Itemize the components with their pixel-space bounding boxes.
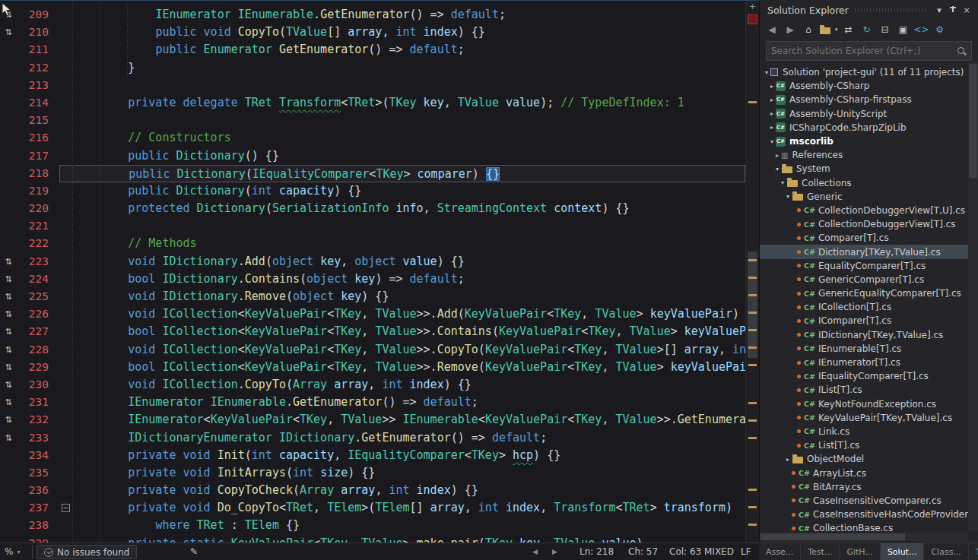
show-all-files-button[interactable]: ▣ [896,22,911,37]
nav-back-button[interactable]: ◀ [764,22,780,37]
tree-item[interactable]: ▾System [760,162,978,176]
code-line[interactable]: ⇅209 IEnumerator IEnumerable.GetEnumerat… [0,6,745,24]
code-line-body[interactable]: } [59,59,745,77]
implements-member-icon[interactable]: ⇅ [5,359,11,376]
panel-horizontal-scrollbar[interactable] [760,533,968,541]
code-line[interactable]: ⇅224 bool IDictionary.Contains(object ke… [0,271,745,288]
glyph-margin[interactable]: ⇅ [0,394,17,411]
implements-member-icon[interactable]: ⇅ [5,305,11,323]
home-button[interactable]: ⌂ [801,22,816,37]
editor-vertical-scrollbar[interactable]: + [745,1,759,543]
glyph-margin[interactable] [0,182,17,200]
glyph-margin[interactable] [0,165,17,182]
search-input[interactable] [771,46,957,56]
glyph-margin[interactable] [0,217,17,235]
code-line[interactable]: ⇅210 public void CopyTo(TValue[] array, … [0,24,745,41]
glyph-margin[interactable] [0,112,17,129]
implements-member-icon[interactable]: ⇅ [5,288,11,305]
expand-arrow-icon[interactable]: ▸ [784,456,792,463]
code-line-body[interactable] [59,217,745,235]
code-line-body[interactable] [59,112,745,129]
code-line-body[interactable]: protected Dictionary(SerializationInfo i… [59,200,745,217]
implements-member-icon[interactable]: ⇅ [5,376,11,394]
edit-pen-icon[interactable]: ✎ [190,543,198,560]
code-line[interactable]: ⇅225 void IDictionary.Remove(object key)… [0,288,745,305]
expand-arrow-icon[interactable]: ▸ [768,124,776,131]
tree-item[interactable]: ▾Collections [760,176,978,190]
pin-button[interactable] [946,3,960,17]
line-indicator[interactable]: Ln: 218 [579,543,614,560]
code-line[interactable]: ⇅233 IDictionaryEnumerator IDictionary.G… [0,429,745,447]
implements-member-icon[interactable]: ⇅ [5,394,11,411]
code-line-body[interactable]: IDictionaryEnumerator IDictionary.GetEnu… [59,429,745,447]
code-line[interactable]: 211 public Enumerator GetEnumerator() =>… [0,41,745,59]
glyph-margin[interactable]: ⇅ [0,288,17,305]
implements-member-icon[interactable]: ⇅ [5,253,11,271]
code-line-body[interactable]: // Methods [59,235,745,252]
code-line-body[interactable]: bool IDictionary.Contains(object key) =>… [59,271,745,288]
code-line-body[interactable]: private delegate TRet Transform<TRet>(TK… [59,94,745,112]
tree-item[interactable]: C#CollectionDebuggerView[T,U].cs [760,204,978,217]
code-line[interactable]: ⇅228 void ICollection<KeyValuePair<TKey,… [0,341,745,359]
expand-arrow-icon[interactable]: ▾ [773,166,781,172]
code-line[interactable]: 235 private void InitArrays(int size) {} [0,464,745,482]
implements-member-icon[interactable]: ⇅ [5,341,11,359]
tree-item[interactable]: ▸ObjectModel [760,452,978,466]
hscroll-right-arrow[interactable]: ▶ [552,543,557,560]
tree-item[interactable]: C#IComparer[T].cs [760,314,978,327]
code-line[interactable]: 222 // Methods [0,235,745,252]
panel-drag-grip[interactable] [855,8,926,12]
view-code-button[interactable]: <> [914,22,929,37]
tree-item[interactable]: C#KeyValuePair[TKey,TValue].cs [760,411,978,425]
code-line-body[interactable]: public Dictionary(int capacity) {} [59,182,745,200]
code-line[interactable]: 215 [0,112,745,129]
code-line[interactable]: 214 private delegate TRet Transform<TRet… [0,94,745,112]
expand-arrow-icon[interactable]: ▸ [773,152,781,159]
glyph-margin[interactable] [0,447,17,464]
code-line[interactable]: ⇅223 void IDictionary.Add(object key, ob… [0,253,745,271]
code-line-body[interactable]: private void InitArrays(int size) {} [59,464,745,482]
tree-item[interactable]: ▸C#Assembly-UnityScript [760,107,978,121]
code-line[interactable]: ⇅226 void ICollection<KeyValuePair<TKey,… [0,305,745,323]
tree-item[interactable]: C#Link.cs [760,425,978,438]
code-line-body[interactable]: IEnumerator IEnumerable.GetEnumerator() … [59,6,745,24]
code-line-body[interactable]: public Dictionary(IEqualityComparer<TKey… [59,165,745,182]
code-line-body[interactable]: void ICollection.CopyTo(Array array, int… [59,376,745,394]
expand-arrow-icon[interactable]: ▸ [768,96,776,103]
implements-member-icon[interactable]: ⇅ [5,6,11,24]
hscroll-left-arrow[interactable]: ◀ [532,543,538,560]
glyph-margin[interactable] [0,535,17,543]
code-line[interactable]: 234 private void Init(int capacity, IEqu… [0,447,745,464]
code-line-body[interactable]: void ICollection<KeyValuePair<TKey, TVal… [59,341,745,359]
implements-member-icon[interactable]: ⇅ [5,429,11,447]
code-line[interactable]: 220 protected Dictionary(SerializationIn… [0,200,745,217]
refresh-button[interactable]: ↻ [859,22,875,37]
glyph-margin[interactable]: ⇅ [0,359,17,376]
search-box[interactable] [766,41,972,61]
tool-window-tab[interactable]: GitH... [840,543,880,560]
tree-item[interactable]: C#Comparer[T].cs [760,231,978,245]
code-line[interactable]: 239 private static KeyValuePair<TKey, TV… [0,535,745,543]
tree-item[interactable]: C#GenericEqualityComparer[T].cs [760,286,978,300]
tool-window-tab[interactable]: Test... [801,543,840,560]
code-editor[interactable]: ⇅209 IEnumerator IEnumerable.GetEnumerat… [0,0,759,543]
expand-arrow-icon[interactable]: ▸ [768,110,776,117]
implements-member-icon[interactable]: ⇅ [5,411,11,429]
tree-item[interactable]: C#BitArray.cs [760,480,978,494]
code-line-body[interactable]: void IDictionary.Add(object key, object … [59,253,745,271]
tree-item[interactable]: C#IEnumerator[T].cs [760,356,978,369]
tool-window-tab[interactable]: Class... [924,543,968,560]
code-line-body[interactable]: // Constructors [59,129,745,147]
tree-item[interactable]: ▸C#ICSharpCode.SharpZipLib [760,121,978,134]
code-line[interactable]: 216 // Constructors [0,129,745,147]
code-line-body[interactable]: private static KeyValuePair<TKey, TValue… [59,535,745,543]
code-line-body[interactable]: where TRet : TElem {} [59,517,745,534]
tool-window-tab[interactable]: Solut... [881,543,925,560]
code-line[interactable]: 213 [0,77,745,94]
nav-forward-button[interactable]: ▶ [783,22,798,37]
tree-item[interactable]: C#GenericComparer[T].cs [760,273,978,286]
close-button[interactable]: × [960,3,973,17]
tree-item[interactable]: ▾Generic [760,190,978,204]
window-position-button[interactable]: ▾ [932,3,946,17]
glyph-margin[interactable]: ⇅ [0,271,17,288]
